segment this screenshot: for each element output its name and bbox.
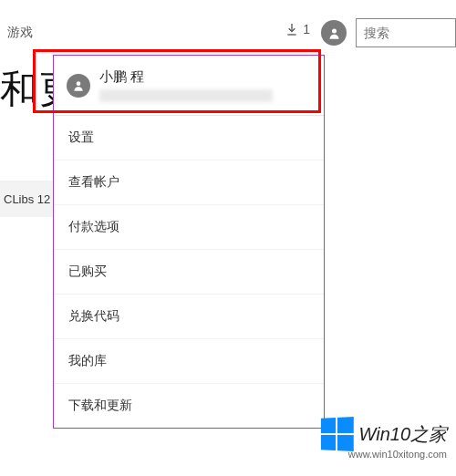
account-menu: 小鹏 程 设置 查看帐户 付款选项 已购买 兑换代码 我的库 下载和更新 <box>53 55 325 429</box>
watermark-brand: Win10之家 <box>358 422 447 447</box>
search-box[interactable] <box>356 18 456 47</box>
downloads-indicator[interactable]: 1 <box>285 22 310 36</box>
menu-item-purchased[interactable]: 已购买 <box>54 250 324 295</box>
menu-item-settings[interactable]: 设置 <box>54 116 324 160</box>
list-row-fragment: CLibs 12 <box>0 181 57 217</box>
menu-item-my-library[interactable]: 我的库 <box>54 339 324 384</box>
nav-games[interactable]: 游戏 <box>7 25 33 41</box>
menu-item-downloads-updates[interactable]: 下载和更新 <box>54 384 324 428</box>
account-menu-header[interactable]: 小鹏 程 <box>54 56 324 116</box>
download-icon <box>285 22 299 36</box>
search-input[interactable] <box>364 26 448 40</box>
user-info: 小鹏 程 <box>99 68 311 102</box>
user-name: 小鹏 程 <box>99 68 311 86</box>
svg-point-0 <box>332 28 337 33</box>
windows-logo-icon <box>321 417 354 451</box>
user-email-redacted <box>99 89 273 102</box>
account-button[interactable] <box>321 20 347 46</box>
person-icon <box>327 26 341 40</box>
menu-item-payment-options[interactable]: 付款选项 <box>54 205 324 250</box>
top-bar: 游戏 1 <box>0 22 456 44</box>
menu-item-view-account[interactable]: 查看帐户 <box>54 160 324 205</box>
watermark: Win10之家 www.win10xitong.com <box>320 418 447 460</box>
menu-item-redeem-code[interactable]: 兑换代码 <box>54 295 324 339</box>
download-count: 1 <box>303 22 310 36</box>
user-avatar <box>67 74 90 98</box>
person-icon <box>72 79 85 92</box>
svg-point-1 <box>77 81 81 86</box>
watermark-url: www.win10xitong.com <box>348 449 447 460</box>
